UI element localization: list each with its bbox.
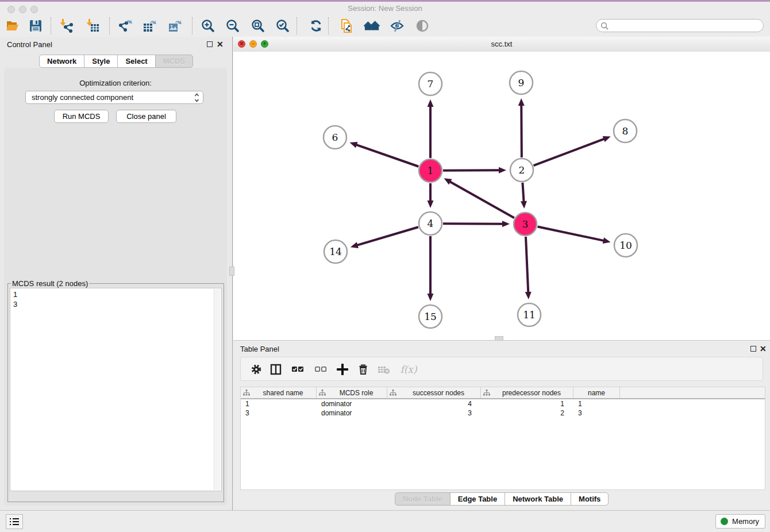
graph-edge-4-14[interactable] [351,227,418,248]
table-tab-edge-table[interactable]: Edge Table [450,492,505,506]
column-header-shared-name[interactable]: shared name [241,387,317,398]
graph-node-7[interactable]: 7 [419,72,442,95]
export-table-icon[interactable] [142,18,158,34]
main-toolbar [0,15,770,37]
zoom-fit-icon[interactable] [250,18,266,34]
table-cell[interactable]: 1 [481,400,573,408]
float-table-panel-icon[interactable] [750,346,756,352]
table-tabs: Node TableEdge TableNetwork TableMotifs [233,492,770,506]
table-panel: Table Panel ✕ [233,340,770,510]
svg-text:2: 2 [519,164,525,176]
close-panel-icon[interactable]: ✕ [217,40,224,49]
graph-edge-3-10[interactable] [538,227,611,244]
import-network-icon[interactable] [59,18,75,34]
table-cell[interactable]: 4 [387,400,481,408]
table-cell[interactable]: 3 [573,409,620,417]
graph-edge-3-11[interactable] [525,237,532,299]
table-header-row: shared nameMCDS rolesuccessor nodesprede… [241,387,765,399]
graph-edge-3-1[interactable] [444,178,514,218]
graph-edge-1-7[interactable] [428,99,434,158]
network-title: scc.txt [233,40,770,48]
graph-node-15[interactable]: 15 [419,305,442,328]
graph-edge-2-8[interactable] [534,136,611,165]
graph-node-14[interactable]: 14 [324,240,347,263]
table-row[interactable]: 3dominator323 [241,408,765,418]
svg-text:7: 7 [428,78,434,90]
control-panel-tabs: NetworkStyleSelectMCDS [0,55,232,68]
close-panel-button[interactable]: Close panel [116,110,176,123]
task-history-button[interactable] [6,514,23,529]
list-icon [9,516,20,527]
duplicate-network-icon[interactable] [339,18,355,34]
table-cell[interactable]: 1 [573,400,620,408]
tab-mcds[interactable]: MCDS [155,55,193,68]
column-header-name[interactable]: name [573,387,620,398]
close-table-panel-icon[interactable]: ✕ [760,344,767,353]
graph-node-10[interactable]: 10 [614,234,637,257]
table-cell[interactable]: dominator [317,409,387,417]
network-canvas[interactable]: 7968124314101511 [233,52,770,340]
svg-text:14: 14 [329,246,342,257]
export-network-icon[interactable] [117,18,133,34]
save-icon[interactable] [28,18,44,34]
graph-edge-1-4[interactable] [428,183,434,208]
graph-node-9[interactable]: 9 [510,71,533,94]
table-tab-network-table[interactable]: Network Table [505,492,571,506]
graph-edge-4-15[interactable] [428,236,434,301]
table-row[interactable]: 1dominator411 [241,399,765,408]
delete-column-icon[interactable] [356,362,371,377]
search-field[interactable] [596,19,764,32]
tab-style[interactable]: Style [84,55,118,68]
column-layout-icon[interactable] [268,362,283,377]
graph-edge-1-6[interactable] [349,142,418,167]
graph-node-2[interactable]: 2 [510,159,533,182]
import-table-icon[interactable] [85,18,101,34]
unselect-all-icon[interactable] [313,362,328,377]
run-mcds-button[interactable]: Run MCDS [54,110,109,123]
search-input[interactable] [611,21,757,30]
zoom-in-icon[interactable] [200,18,216,34]
svg-text:1: 1 [428,165,434,176]
graph-node-6[interactable]: 6 [324,126,346,149]
zoom-selected-icon[interactable] [275,18,291,34]
select-all-icon[interactable] [290,362,305,377]
table-cell[interactable]: 3 [241,409,317,417]
column-header-predecessor-nodes[interactable]: predecessor nodes [481,387,573,398]
table-cell[interactable]: 3 [387,409,481,417]
graph-node-8[interactable]: 8 [614,119,637,142]
criterion-dropdown[interactable]: strongly connected component [25,91,203,104]
graph-node-11[interactable]: 11 [518,303,541,326]
zoom-out-icon[interactable] [225,18,241,34]
float-panel-icon[interactable] [207,41,213,47]
table-cell[interactable]: 1 [241,400,317,408]
hide-selected-icon[interactable] [389,18,405,34]
graph-node-1[interactable]: 1 [419,159,442,182]
refresh-icon[interactable] [308,18,324,34]
graph-edge-1-2[interactable] [443,167,506,174]
mcds-result-textarea[interactable]: 1 3 [10,288,222,491]
first-neighbors-icon[interactable] [364,18,380,34]
open-folder-icon[interactable] [5,18,21,34]
table-cell[interactable]: dominator [317,400,387,408]
vertical-splitter-grip[interactable] [229,267,234,276]
column-header-successor-nodes[interactable]: successor nodes [387,387,481,398]
control-panel: Control Panel ✕ NetworkStyleSelectMCDS O… [0,37,233,510]
fx-label: f(x) [400,364,417,375]
graph-node-3[interactable]: 3 [514,213,537,236]
table-tab-motifs[interactable]: Motifs [571,492,609,506]
memory-button[interactable]: Memory [715,514,765,529]
column-header-MCDS-role[interactable]: MCDS role [317,387,387,398]
export-image-icon[interactable] [167,18,183,34]
settings-gear-icon[interactable] [249,362,264,377]
application-window: Session: New Session [0,0,770,532]
result-scrollbar[interactable] [214,289,221,490]
add-column-icon[interactable] [335,362,350,377]
tab-select[interactable]: Select [117,55,155,68]
graph-edge-2-9[interactable] [518,98,525,157]
table-tab-node-table[interactable]: Node Table [395,492,451,506]
graph-edge-4-3[interactable] [443,221,510,227]
graph-edge-2-3[interactable] [521,183,527,209]
table-cell[interactable]: 2 [481,409,573,417]
tab-network[interactable]: Network [39,55,84,68]
graph-node-4[interactable]: 4 [419,212,442,235]
